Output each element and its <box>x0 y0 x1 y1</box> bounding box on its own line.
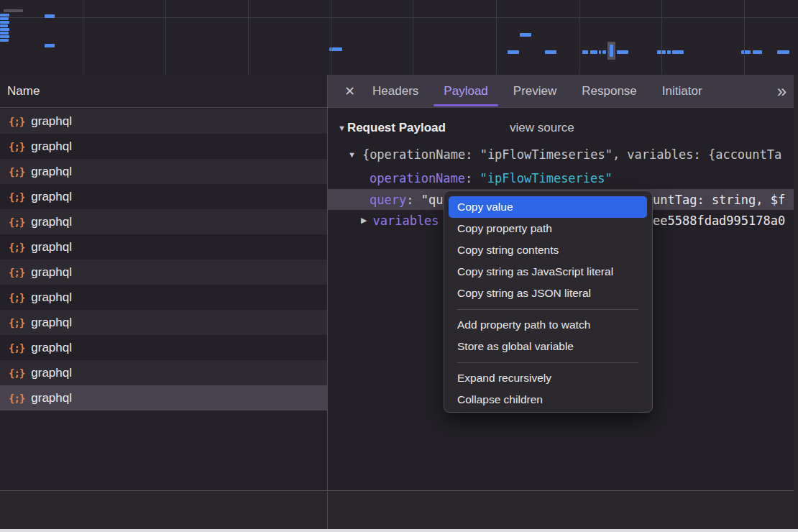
detail-tabbar: ✕ Headers Payload Preview Response Initi… <box>327 75 798 108</box>
tab-headers[interactable]: Headers <box>372 75 418 107</box>
header-band: Name ✕ Headers Payload Preview Response … <box>0 75 798 108</box>
request-payload-section-header[interactable]: ▼ Request Payload view source <box>327 117 794 139</box>
request-row[interactable]: {;}graphql <box>0 109 327 134</box>
timeline-activity-bar <box>617 50 628 54</box>
timeline-activity-bar <box>753 50 762 54</box>
object-preview-text: {operationName: "ipFlowTimeseries", vari… <box>362 147 781 162</box>
menu-separator <box>457 309 638 310</box>
timeline-activity-bar <box>520 33 531 37</box>
timeline-activity-bar <box>582 50 588 54</box>
json-braces-icon: {;} <box>9 116 24 127</box>
json-braces-icon: {;} <box>9 267 24 278</box>
detail-tabs: Headers Payload Preview Response Initiat… <box>372 75 702 107</box>
section-title: Request Payload <box>347 121 446 135</box>
payload-row-operation-name[interactable]: operationName: "ipFlowTimeseries" <box>327 168 794 188</box>
overview-vertical-gridline <box>579 0 579 74</box>
request-row[interactable]: {;}graphql <box>0 134 327 159</box>
timeline-activity-bar <box>45 14 55 18</box>
overview-horizontal-gridline <box>0 17 798 18</box>
timeline-activity-bar <box>0 21 9 24</box>
tab-initiator[interactable]: Initiator <box>662 75 702 107</box>
timeline-activity-bar <box>0 39 9 42</box>
overview-vertical-gridline <box>165 0 166 74</box>
property-key: query <box>370 193 406 207</box>
timeline-activity-bar <box>602 50 606 54</box>
panel-split-divider[interactable] <box>327 75 328 529</box>
timeline-activity-bar <box>508 50 519 54</box>
request-row-selected[interactable]: {;}graphql <box>0 385 327 411</box>
request-row[interactable]: {;}graphql <box>0 360 327 385</box>
json-braces-icon: {;} <box>9 393 24 404</box>
property-value-string: "ipFlowTimeseries" <box>480 171 613 185</box>
menu-item-copy-string-json-literal[interactable]: Copy string as JSON literal <box>449 283 647 304</box>
timeline-activity-bar <box>777 50 789 54</box>
json-braces-icon: {;} <box>9 242 24 253</box>
footer-divider <box>0 490 798 491</box>
menu-item-copy-value[interactable]: Copy value <box>449 196 647 218</box>
context-menu: Copy value Copy property path Copy strin… <box>444 191 653 413</box>
property-key: variables <box>372 214 439 228</box>
timeline-activity-bar <box>4 9 23 12</box>
close-icon[interactable]: ✕ <box>344 85 355 98</box>
json-braces-icon: {;} <box>9 216 24 228</box>
menu-item-copy-string-js-literal[interactable]: Copy string as JavaScript literal <box>449 261 647 283</box>
timeline-activity-bar <box>741 50 751 54</box>
request-row[interactable]: {;}graphql <box>0 159 327 184</box>
menu-item-copy-string-contents[interactable]: Copy string contents <box>449 239 647 261</box>
tab-response[interactable]: Response <box>582 75 637 107</box>
expanded-triangle-icon[interactable]: ▼ <box>348 150 356 159</box>
request-row[interactable]: {;}graphql <box>0 234 327 260</box>
overview-vertical-gridline <box>248 0 249 74</box>
json-braces-icon: {;} <box>9 191 24 203</box>
view-source-link[interactable]: view source <box>510 121 574 135</box>
tab-preview[interactable]: Preview <box>513 75 556 107</box>
timeline-activity-bar <box>599 50 601 54</box>
overview-vertical-gridline <box>496 0 497 74</box>
expanded-triangle-icon[interactable]: ▼ <box>338 124 346 132</box>
menu-item-copy-property-path[interactable]: Copy property path <box>449 218 647 239</box>
payload-object-preview-row[interactable]: ▼ {operationName: "ipFlowTimeseries", va… <box>327 145 794 165</box>
menu-item-expand-recursively[interactable]: Expand recursively <box>449 367 647 389</box>
timeline-activity-bar <box>610 45 613 57</box>
timeline-activity-bar <box>45 44 55 47</box>
json-braces-icon: {;} <box>9 367 24 379</box>
request-row[interactable]: {;}graphql <box>0 310 327 335</box>
property-value-right-fragment: ee5588fdad995178a0 <box>653 214 785 228</box>
overview-vertical-gridline <box>331 0 331 74</box>
timeline-activity-bar <box>0 35 9 38</box>
status-footer <box>0 491 798 529</box>
menu-item-collapse-children[interactable]: Collapse children <box>449 389 647 411</box>
request-row[interactable]: {;}graphql <box>0 184 327 209</box>
column-header-name-label: Name <box>7 84 40 98</box>
network-overview-timeline[interactable] <box>0 0 798 75</box>
more-tabs-icon[interactable]: » <box>777 83 786 100</box>
request-row[interactable]: {;}graphql <box>0 335 327 360</box>
window-bottom-edge <box>0 529 798 532</box>
json-braces-icon: {;} <box>9 166 24 178</box>
request-row[interactable]: {;}graphql <box>0 209 327 234</box>
json-braces-icon: {;} <box>9 141 24 152</box>
menu-item-store-as-global-variable[interactable]: Store as global variable <box>449 336 647 357</box>
json-braces-icon: {;} <box>9 317 24 329</box>
timeline-activity-bar <box>590 50 597 54</box>
request-list: {;}graphql {;}graphql {;}graphql {;}grap… <box>0 108 327 490</box>
property-key: operationName <box>370 171 465 185</box>
overview-vertical-gridline <box>413 0 413 74</box>
json-braces-icon: {;} <box>9 342 24 354</box>
property-value-left-fragment: "qu <box>421 193 444 207</box>
timeline-activity-bar <box>0 28 9 31</box>
json-braces-icon: {;} <box>9 292 24 303</box>
overview-vertical-gridline <box>744 0 745 74</box>
menu-item-add-property-path-to-watch[interactable]: Add property path to watch <box>449 314 647 336</box>
timeline-activity-bar <box>672 50 684 54</box>
column-header-name[interactable]: Name <box>0 75 327 108</box>
property-value-right-fragment: untTag: string, $f <box>653 193 785 207</box>
collapsed-triangle-icon[interactable]: ▶ <box>361 216 367 225</box>
devtools-network-panel: Name ✕ Headers Payload Preview Response … <box>0 0 798 532</box>
scrollbar-gutter[interactable] <box>794 75 798 529</box>
menu-separator <box>457 362 638 363</box>
timeline-activity-bar <box>667 50 671 54</box>
tab-payload[interactable]: Payload <box>444 75 487 107</box>
request-row[interactable]: {;}graphql <box>0 260 327 285</box>
request-row[interactable]: {;}graphql <box>0 285 327 310</box>
